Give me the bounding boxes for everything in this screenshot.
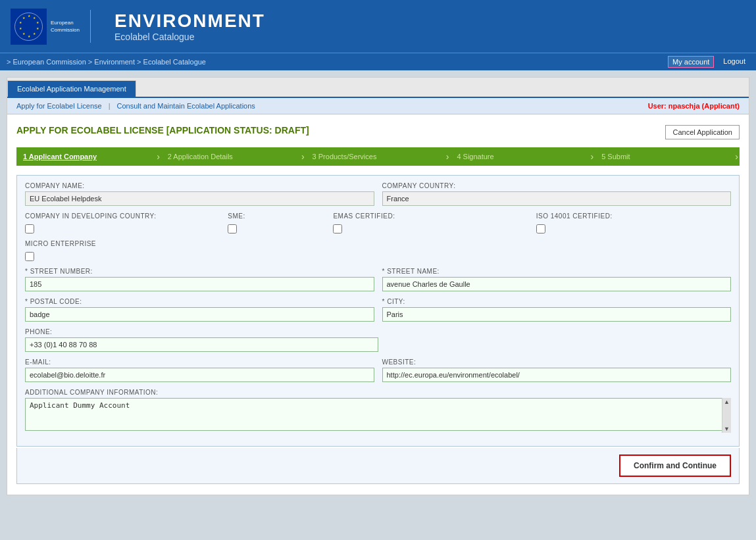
street-number-group: * STREET NUMBER: xyxy=(25,268,374,291)
commission-line2: Commission xyxy=(51,26,80,34)
sme-label: SME: xyxy=(228,212,325,220)
step3-label: 3 Products/Services xyxy=(313,153,377,160)
company-country-label: COMPANY COUNTRY: xyxy=(382,182,732,189)
street-number-input[interactable] xyxy=(25,277,374,291)
step4-label: 4 Signature xyxy=(457,153,493,160)
wizard-step-3[interactable]: 3 Products/Services xyxy=(306,147,445,166)
company-country-input[interactable] xyxy=(382,191,732,206)
eu-flag-icon: ★ ★ ★ ★ ★ ★ ★ ★ ★ ★ xyxy=(11,9,47,45)
developing-country-checkbox[interactable] xyxy=(25,224,34,233)
wizard-arrow-3: › xyxy=(445,151,451,162)
emas-checkbox[interactable] xyxy=(333,224,342,233)
tab-bar: Ecolabel Application Management xyxy=(7,78,749,98)
scroll-up-arrow[interactable]: ▲ xyxy=(722,398,731,406)
additional-textarea[interactable] xyxy=(25,398,731,431)
iso-checkbox[interactable] xyxy=(536,224,545,233)
iso-label: ISO 14001 CERTIFIED: xyxy=(536,212,731,220)
company-name-label: COMPANY NAME: xyxy=(25,182,374,189)
sme-checkbox[interactable] xyxy=(228,224,237,233)
website-group: WEBSITE: xyxy=(382,358,732,382)
micro-checkbox-group xyxy=(25,252,731,261)
city-input[interactable] xyxy=(382,307,732,322)
postal-code-label: * POSTAL CODE: xyxy=(25,298,374,305)
email-input[interactable] xyxy=(25,368,374,382)
micro-label: MICRO ENTERPRISE xyxy=(25,240,731,247)
form-footer: Confirm and Continue xyxy=(16,448,740,484)
step5-label: 5 Submit xyxy=(601,153,630,160)
commission-text: European Commission xyxy=(51,19,80,34)
wizard-arrow-4: › xyxy=(590,151,595,162)
nav-actions: My account Logout xyxy=(668,56,749,68)
phone-label: PHONE: xyxy=(25,328,378,335)
form-title-row: APPLY FOR ECOLABEL LICENSE [APPLICATION … xyxy=(16,125,740,139)
street-name-input[interactable] xyxy=(382,277,732,291)
company-name-input[interactable] xyxy=(25,191,374,206)
additional-label: ADDITIONAL COMPANY INFORMATION: xyxy=(25,389,731,396)
wizard-arrow-5: › xyxy=(734,151,740,162)
form-section: COMPANY NAME: COMPANY COUNTRY: COMPANY I… xyxy=(16,175,740,447)
form-area: APPLY FOR ECOLABEL LICENSE [APPLICATION … xyxy=(7,114,749,495)
street-number-label: * STREET NUMBER: xyxy=(25,268,374,275)
wizard-step-1[interactable]: 1 Applicant Company xyxy=(16,147,155,166)
scroll-down-arrow[interactable]: ▼ xyxy=(722,425,731,433)
confirm-continue-button[interactable]: Confirm and Continue xyxy=(619,454,731,477)
website-input[interactable] xyxy=(382,368,732,382)
wizard-step-2[interactable]: 2 Application Details xyxy=(161,147,300,166)
street-name-label: * STREET NAME: xyxy=(382,268,732,275)
wizard-step-4[interactable]: 4 Signature xyxy=(450,147,589,166)
header-title-block: ENVIRONMENT Ecolabel Catalogue xyxy=(114,11,265,42)
city-group: * CITY: xyxy=(382,298,732,322)
site-subtitle: Ecolabel Catalogue xyxy=(114,32,265,42)
additional-group: ADDITIONAL COMPANY INFORMATION: ▲ ▼ xyxy=(25,389,731,433)
row-postal-city: * POSTAL CODE: * CITY: xyxy=(25,298,731,322)
developing-country-label: COMPANY IN DEVELOPING COUNTRY: xyxy=(25,212,220,220)
wizard-arrow-2: › xyxy=(300,151,306,162)
step2-label: 2 Application Details xyxy=(168,153,233,160)
header-divider xyxy=(90,10,91,43)
micro-group: MICRO ENTERPRISE xyxy=(25,240,731,261)
developing-country-checkbox-group xyxy=(25,224,220,233)
iso-checkbox-group xyxy=(536,224,731,233)
developing-country-group: COMPANY IN DEVELOPING COUNTRY: xyxy=(25,212,220,233)
emas-group: EMAS CERTIFIED: xyxy=(333,212,528,233)
additional-textarea-wrapper: ▲ ▼ xyxy=(25,398,731,433)
wizard-steps: 1 Applicant Company › 2 Application Deta… xyxy=(16,147,740,166)
site-title: ENVIRONMENT xyxy=(114,11,265,32)
email-label: E-MAIL: xyxy=(25,358,374,366)
user-info: User: npaschja (Applicant) xyxy=(648,102,740,110)
form-title: APPLY FOR ECOLABEL LICENSE [APPLICATION … xyxy=(16,125,309,135)
emas-label: EMAS CERTIFIED: xyxy=(333,212,528,220)
logout-link[interactable]: Logout xyxy=(719,56,749,68)
company-name-group: COMPANY NAME: xyxy=(25,182,374,206)
main-tab[interactable]: Ecolabel Application Management xyxy=(7,80,136,97)
wizard-step-5[interactable]: 5 Submit xyxy=(595,147,734,166)
nav-bar: > European Commission > Environment > Ec… xyxy=(0,53,756,70)
row-additional: ADDITIONAL COMPANY INFORMATION: ▲ ▼ xyxy=(25,389,731,433)
city-label: * CITY: xyxy=(382,298,732,305)
sub-nav: Apply for Ecolabel License | Consult and… xyxy=(7,98,749,114)
email-group: E-MAIL: xyxy=(25,358,374,382)
breadcrumb: > European Commission > Environment > Ec… xyxy=(7,58,206,66)
sme-group: SME: xyxy=(228,212,325,233)
postal-code-group: * POSTAL CODE: xyxy=(25,298,374,322)
company-country-group: COMPANY COUNTRY: xyxy=(382,182,732,206)
cancel-application-button[interactable]: Cancel Application xyxy=(665,125,740,139)
row-phone: PHONE: xyxy=(25,328,731,352)
step1-label: 1 Applicant Company xyxy=(23,153,97,160)
phone-group: PHONE: xyxy=(25,328,378,352)
postal-code-input[interactable] xyxy=(25,307,374,322)
website-label: WEBSITE: xyxy=(382,358,732,366)
street-name-group: * STREET NAME: xyxy=(382,268,732,291)
sub-nav-separator: | xyxy=(109,102,111,110)
apply-license-link[interactable]: Apply for Ecolabel License xyxy=(16,102,102,110)
row-company-name-country: COMPANY NAME: COMPANY COUNTRY: xyxy=(25,182,731,206)
my-account-link[interactable]: My account xyxy=(668,56,714,68)
row-micro: MICRO ENTERPRISE xyxy=(25,240,731,261)
commission-line1: European xyxy=(51,19,80,26)
phone-input[interactable] xyxy=(25,337,378,352)
sme-checkbox-group xyxy=(228,224,325,233)
textarea-scrollbar[interactable]: ▲ ▼ xyxy=(722,398,731,433)
micro-checkbox[interactable] xyxy=(25,252,34,261)
emas-checkbox-group xyxy=(333,224,528,233)
consult-applications-link[interactable]: Consult and Maintain Ecolabel Applicatio… xyxy=(117,102,255,110)
